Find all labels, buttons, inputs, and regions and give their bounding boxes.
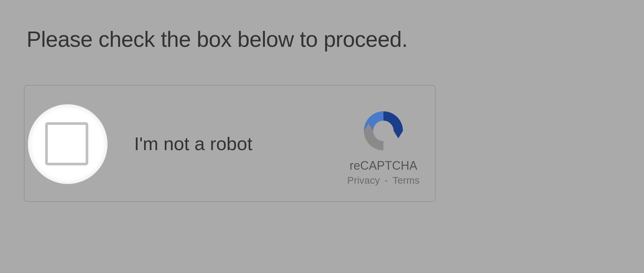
instruction-text: Please check the box below to proceed. — [27, 27, 408, 52]
recaptcha-brand: reCAPTCHA Privacy - Terms — [342, 86, 435, 201]
recaptcha-brand-name: reCAPTCHA — [350, 159, 417, 173]
recaptcha-checkbox-area[interactable] — [25, 86, 134, 201]
svg-marker-0 — [394, 131, 403, 138]
privacy-link[interactable]: Privacy — [347, 175, 380, 186]
recaptcha-logo-icon — [360, 108, 407, 154]
separator: - — [385, 175, 388, 186]
recaptcha-widget: I'm not a robot reCAPTCHA Privacy - Term… — [24, 85, 436, 202]
recaptcha-label: I'm not a robot — [134, 133, 342, 154]
terms-link[interactable]: Terms — [392, 175, 420, 186]
recaptcha-legal-links: Privacy - Terms — [347, 175, 420, 186]
recaptcha-checkbox[interactable] — [45, 122, 88, 165]
